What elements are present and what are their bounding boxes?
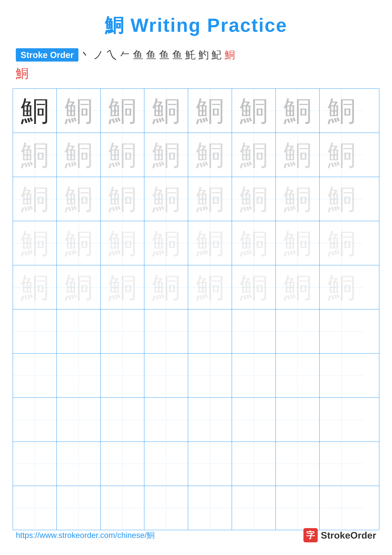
grid-row-4: 鮦 鮦 鮦 鮦 鮦 鮦 鮦 鮦 bbox=[13, 221, 379, 265]
practice-char: 鮦 bbox=[64, 96, 93, 125]
grid-cell-4-1: 鮦 bbox=[13, 221, 57, 265]
footer-logo-icon: 字 bbox=[303, 528, 318, 542]
grid-row-5: 鮦 鮦 鮦 鮦 鮦 鮦 鮦 鮦 bbox=[13, 265, 379, 309]
practice-char: 鮦 bbox=[327, 141, 356, 169]
practice-char: 鮦 bbox=[196, 229, 224, 257]
practice-char: 鮦 bbox=[196, 96, 224, 125]
stroke-char-9: 魠 bbox=[185, 48, 196, 62]
practice-char: 鮦 bbox=[240, 141, 268, 169]
grid-cell-7-5 bbox=[188, 354, 232, 397]
grid-cell-10-2 bbox=[57, 486, 100, 530]
grid-cell-4-2: 鮦 bbox=[57, 221, 100, 265]
grid-cell-4-5: 鮦 bbox=[188, 221, 232, 265]
grid-cell-7-2 bbox=[57, 354, 100, 397]
practice-char: 鮦 bbox=[327, 273, 356, 301]
grid-row-7 bbox=[13, 354, 379, 398]
footer-logo: 字 StrokeOrder bbox=[303, 528, 376, 542]
footer-logo-text: StrokeOrder bbox=[321, 530, 376, 541]
grid-cell-7-8 bbox=[320, 354, 363, 397]
grid-row-6 bbox=[13, 309, 379, 354]
grid-cell-8-7 bbox=[276, 398, 320, 442]
footer: https://www.strokeorder.com/chinese/鮦 字 … bbox=[0, 528, 392, 542]
grid-cell-9-1 bbox=[13, 442, 57, 486]
practice-char: 鮦 bbox=[327, 96, 356, 125]
grid-row-1: 鮦 鮦 鮦 鮦 鮦 鮦 鮦 鮦 bbox=[13, 89, 379, 133]
final-char-line: 鮦 bbox=[16, 65, 376, 82]
grid-cell-6-2 bbox=[57, 309, 100, 353]
stroke-char-1: 丶 bbox=[80, 48, 90, 62]
stroke-char-3: 乀 bbox=[107, 48, 117, 62]
grid-cell-8-8 bbox=[320, 398, 363, 442]
practice-char: 鮦 bbox=[152, 141, 180, 169]
grid-cell-1-3: 鮦 bbox=[100, 89, 144, 132]
grid-cell-4-6: 鮦 bbox=[232, 221, 276, 265]
grid-cell-6-4 bbox=[144, 309, 188, 353]
practice-char: 鮦 bbox=[283, 96, 312, 125]
stroke-char-12: 鮦 bbox=[225, 48, 235, 62]
grid-cell-5-5: 鮦 bbox=[188, 265, 232, 309]
practice-char: 鮦 bbox=[21, 185, 49, 213]
stroke-char-11: 魢 bbox=[212, 48, 222, 62]
grid-cell-9-5 bbox=[188, 442, 232, 486]
grid-cell-5-1: 鮦 bbox=[13, 265, 57, 309]
grid-cell-2-1: 鮦 bbox=[13, 133, 57, 177]
grid-cell-8-1 bbox=[13, 398, 57, 442]
stroke-char-10: 魡 bbox=[199, 48, 209, 62]
practice-char: 鮦 bbox=[196, 273, 224, 301]
grid-cell-6-5 bbox=[188, 309, 232, 353]
grid-cell-7-3 bbox=[100, 354, 144, 397]
grid-cell-6-6 bbox=[232, 309, 276, 353]
stroke-char-6: 鱼 bbox=[146, 48, 156, 62]
grid-cell-3-4: 鮦 bbox=[144, 177, 188, 221]
grid-cell-5-3: 鮦 bbox=[100, 265, 144, 309]
stroke-order-chars: 丶 ノ 乀 𠂉 鱼 鱼 鱼 鱼 魠 魡 魢 鮦 bbox=[80, 48, 235, 62]
practice-char: 鮦 bbox=[240, 96, 268, 125]
practice-grid: 鮦 鮦 鮦 鮦 鮦 鮦 鮦 鮦 鮦 鮦 鮦 鮦 鮦 鮦 鮦 鮦 鮦 鮦 鮦 鮦 … bbox=[13, 88, 379, 530]
grid-cell-2-3: 鮦 bbox=[100, 133, 144, 177]
grid-cell-8-6 bbox=[232, 398, 276, 442]
practice-char: 鮦 bbox=[21, 273, 49, 301]
grid-cell-6-3 bbox=[100, 309, 144, 353]
footer-url[interactable]: https://www.strokeorder.com/chinese/鮦 bbox=[16, 530, 155, 540]
practice-char: 鮦 bbox=[64, 229, 93, 257]
grid-cell-10-3 bbox=[100, 486, 144, 530]
grid-row-9 bbox=[13, 442, 379, 486]
stroke-char-4: 𠂉 bbox=[120, 49, 130, 61]
grid-cell-3-6: 鮦 bbox=[232, 177, 276, 221]
grid-cell-3-8: 鮦 bbox=[320, 177, 363, 221]
practice-char: 鮦 bbox=[21, 96, 49, 125]
practice-char: 鮦 bbox=[283, 185, 312, 213]
grid-cell-5-8: 鮦 bbox=[320, 265, 363, 309]
stroke-char-8: 鱼 bbox=[172, 48, 183, 62]
stroke-char-5: 鱼 bbox=[133, 48, 143, 62]
grid-cell-5-6: 鮦 bbox=[232, 265, 276, 309]
grid-cell-10-1 bbox=[13, 486, 57, 530]
grid-cell-10-8 bbox=[320, 486, 363, 530]
grid-cell-6-8 bbox=[320, 309, 363, 353]
grid-cell-9-8 bbox=[320, 442, 363, 486]
practice-char: 鮦 bbox=[240, 273, 268, 301]
grid-row-8 bbox=[13, 398, 379, 442]
grid-cell-8-3 bbox=[100, 398, 144, 442]
grid-cell-7-4 bbox=[144, 354, 188, 397]
grid-cell-2-2: 鮦 bbox=[57, 133, 100, 177]
grid-cell-6-1 bbox=[13, 309, 57, 353]
practice-char: 鮦 bbox=[152, 229, 180, 257]
practice-char: 鮦 bbox=[152, 273, 180, 301]
practice-char: 鮦 bbox=[283, 273, 312, 301]
grid-cell-3-1: 鮦 bbox=[13, 177, 57, 221]
practice-char: 鮦 bbox=[108, 229, 137, 257]
grid-cell-9-6 bbox=[232, 442, 276, 486]
grid-row-2: 鮦 鮦 鮦 鮦 鮦 鮦 鮦 鮦 bbox=[13, 133, 379, 177]
practice-char: 鮦 bbox=[21, 229, 49, 257]
grid-cell-10-7 bbox=[276, 486, 320, 530]
grid-cell-7-1 bbox=[13, 354, 57, 397]
grid-cell-1-1: 鮦 bbox=[13, 89, 57, 132]
stroke-char-2: ノ bbox=[93, 48, 104, 62]
grid-cell-10-5 bbox=[188, 486, 232, 530]
practice-char: 鮦 bbox=[327, 229, 356, 257]
grid-cell-8-5 bbox=[188, 398, 232, 442]
final-char: 鮦 bbox=[16, 66, 29, 80]
practice-char: 鮦 bbox=[283, 141, 312, 169]
grid-cell-5-7: 鮦 bbox=[276, 265, 320, 309]
